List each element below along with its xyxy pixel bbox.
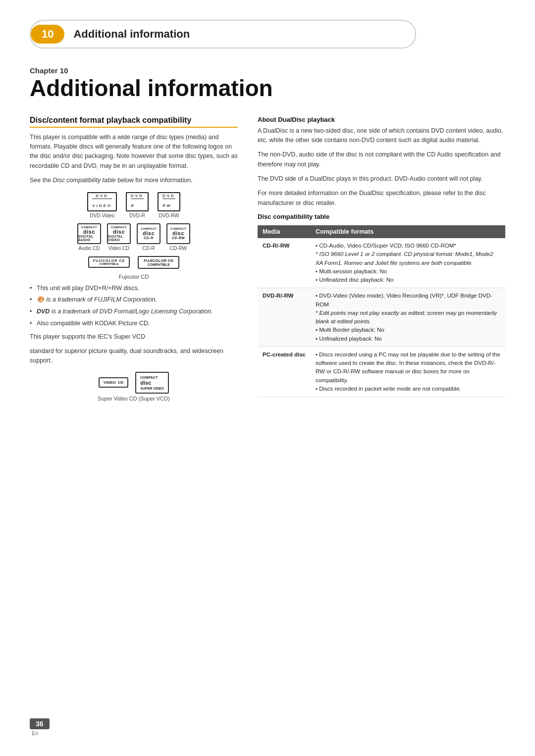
dvd-rw-logo: DVD RW bbox=[158, 192, 180, 211]
cd-logos-row: COMPACT disc DIGITAL AUDIO Audio CD COMP… bbox=[30, 223, 238, 251]
dvd-video-label: DVD-Video bbox=[90, 213, 114, 218]
supervcd-disc-text: disc bbox=[140, 380, 164, 386]
intro-paragraph: This player is compatible with a wide ra… bbox=[30, 133, 238, 171]
player-text2: standard for superior picture quality, d… bbox=[30, 347, 238, 366]
dualdisc-p1: A DualDisc is a new two-sided disc, one … bbox=[258, 126, 505, 146]
cdr-logo-item: COMPACT disc CD-R CD-R bbox=[137, 223, 160, 251]
dvd-rw-logo-item: DVD RW DVD-RW bbox=[158, 192, 180, 218]
fujicolor-compatible-logo: FUJICOLOR CD COMPATIBLE bbox=[138, 256, 179, 269]
supervcd-disc-logo: COMPACT disc SUPER VIDEO bbox=[135, 372, 169, 394]
bullet-item-2: 🎨 is a trademark of FUJIFILM Corporation… bbox=[30, 295, 238, 304]
video-cd-label: Video CD bbox=[108, 246, 130, 251]
see-text: See the bbox=[30, 177, 53, 184]
cdrw-logo-item: COMPACT disc CD-RW CD-RW bbox=[166, 223, 190, 251]
see-also-paragraph: See the Disc compatibility table below f… bbox=[30, 176, 238, 185]
see-end: below for more information. bbox=[116, 177, 193, 184]
table-cell-formats-2: • DVD-Video (Video mode), Video Recordin… bbox=[311, 288, 505, 347]
supervcd-logos-area: VIDEO CD COMPACT disc SUPER VIDEO bbox=[30, 372, 238, 394]
table-cell-formats-1: • CD-Audio, Video CD/Super VCD, ISO 9660… bbox=[311, 238, 505, 288]
chapter-header-bar: 10 Additional information bbox=[30, 20, 416, 49]
fujicolor-caption: Fujicolor CD bbox=[30, 274, 238, 280]
table-row: PC-created disc • Discs recorded using a… bbox=[258, 347, 505, 397]
dvd-video-logo: DVD VIDEO bbox=[87, 192, 117, 211]
fujicolor-logo: FUJICOLOR CD COMPATIBLE bbox=[88, 256, 130, 268]
bullet-item-3: DVD is a trademark of DVD Format/Logo Li… bbox=[30, 307, 238, 316]
chapter-label: Chapter 10 bbox=[30, 66, 505, 75]
two-column-layout: Disc/content format playback compatibili… bbox=[30, 116, 505, 405]
dualdisc-heading: About DualDisc playback bbox=[258, 116, 505, 123]
section-heading-disc: Disc/content format playback compatibili… bbox=[30, 116, 238, 128]
dualdisc-p2: The non-DVD, audio side of the disc is n… bbox=[258, 150, 505, 169]
video-cd-logo: COMPACT disc DIGITAL VIDEO bbox=[107, 223, 131, 244]
chapter-title-block: Chapter 10 Additional information bbox=[30, 66, 505, 101]
right-column: About DualDisc playback A DualDisc is a … bbox=[258, 116, 505, 398]
table-cell-formats-3: • Discs recorded using a PC may not be p… bbox=[311, 347, 505, 397]
dvd-rw-label: DVD-RW bbox=[159, 213, 179, 218]
bullet-list: This unit will play DVD+R/+RW discs. 🎨 i… bbox=[30, 284, 238, 328]
dualdisc-p3: The DVD side of a DualDisc plays in this… bbox=[258, 174, 505, 184]
table-cell-media-2: DVD-R/-RW bbox=[258, 288, 311, 347]
dualdisc-p4: For more detailed information on the Dua… bbox=[258, 189, 505, 208]
player-text1: This player supports the IEC's Super VCD bbox=[30, 332, 238, 342]
dvd-r-logo: DVD R bbox=[126, 192, 149, 211]
see-italic: Disc compatibility table bbox=[53, 177, 116, 184]
cdr-label: CD-R bbox=[143, 246, 155, 251]
fujicolor-area: FUJICOLOR CD COMPATIBLE FUJICOLOR CD COM… bbox=[30, 256, 238, 269]
supervcd-compact-text: COMPACT bbox=[140, 376, 158, 379]
bullet-item-3-dvd: DVD bbox=[37, 308, 50, 315]
dvd-r-logo-item: DVD R DVD-R bbox=[126, 192, 149, 218]
bullet-item-1: This unit will play DVD+R/+RW discs. bbox=[30, 284, 238, 293]
chapter-header-title: Additional information bbox=[73, 28, 190, 41]
dvd-video-logo-item: DVD VIDEO DVD-Video bbox=[87, 192, 117, 218]
table-cell-media-3: PC-created disc bbox=[258, 347, 311, 397]
supervcd-video-text: VIDEO bbox=[104, 380, 116, 385]
bullet-item-2-trademark: 🎨 is a trademark of FUJIFILM Corporation… bbox=[37, 296, 157, 303]
table-header-media: Media bbox=[258, 225, 311, 238]
table-cell-media-1: CD-R/-RW bbox=[258, 238, 311, 288]
chapter-number: 10 bbox=[31, 25, 64, 44]
supervcd-cd-text: CD bbox=[118, 380, 124, 385]
cdrw-logo: COMPACT disc CD-RW bbox=[166, 223, 190, 244]
page-number: 36 bbox=[30, 718, 50, 729]
bullet-item-4: Also compatible with KODAK Picture CD. bbox=[30, 319, 238, 328]
left-column: Disc/content format playback compatibili… bbox=[30, 116, 238, 405]
table-row: CD-R/-RW • CD-Audio, Video CD/Super VCD,… bbox=[258, 238, 505, 288]
audio-cd-label: Audio CD bbox=[79, 246, 100, 251]
cdrw-label: CD-RW bbox=[170, 246, 187, 251]
chapter-main-title: Additional information bbox=[30, 76, 505, 101]
dvd-logos-row: DVD VIDEO DVD-Video DVD R DVD-R DVD RW bbox=[30, 192, 238, 218]
audio-cd-logo-item: COMPACT disc DIGITAL AUDIO Audio CD bbox=[77, 223, 101, 251]
supervcd-caption: Super Video CD (Super VCD) bbox=[30, 396, 238, 402]
audio-cd-logo: COMPACT disc DIGITAL AUDIO bbox=[77, 223, 101, 244]
page-number-area: 36 En bbox=[30, 718, 50, 736]
page: 10 Additional information Chapter 10 Add… bbox=[0, 0, 535, 756]
table-row: DVD-R/-RW • DVD-Video (Video mode), Vide… bbox=[258, 288, 505, 347]
disc-compatibility-table: Media Compatible formats CD-R/-RW • CD-A… bbox=[258, 225, 505, 397]
supervcd-logo: VIDEO CD bbox=[99, 377, 128, 388]
dvd-r-label: DVD-R bbox=[129, 213, 145, 218]
cdr-logo: COMPACT disc CD-R bbox=[137, 223, 160, 244]
bullet-item-3-text: is a trademark of DVD Format/Logo Licens… bbox=[50, 308, 213, 315]
page-lang: En bbox=[32, 730, 38, 736]
supervcd-super-video-text: SUPER VIDEO bbox=[140, 387, 164, 390]
table-header-formats: Compatible formats bbox=[311, 225, 505, 238]
video-cd-logo-item: COMPACT disc DIGITAL VIDEO Video CD bbox=[107, 223, 131, 251]
disc-table-heading: Disc compatibility table bbox=[258, 213, 505, 220]
